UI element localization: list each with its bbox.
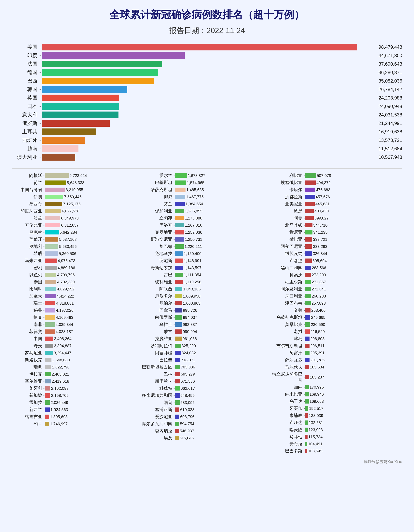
small-bar-wrap: 1,146,991 [175, 258, 202, 263]
bar-value: 35,082,036 [378, 78, 402, 84]
small-dash: - [304, 365, 305, 369]
bar-value: 21,244,991 [378, 121, 402, 126]
small-bar [175, 188, 185, 192]
small-bar [175, 329, 182, 334]
small-bar-wrap: 400,430 [305, 209, 329, 213]
small-value: 1,252,036 [185, 230, 202, 235]
small-dash: - [173, 195, 175, 199]
small-value: 4,039,344 [56, 322, 73, 327]
small-value: 8,210,955 [66, 188, 83, 192]
small-label: 白俄罗斯 [142, 314, 173, 320]
small-dash: - [43, 273, 45, 277]
small-bar-row: 中国台湾省-8,210,955 [12, 187, 142, 193]
small-value: 6,627,538 [62, 209, 79, 213]
small-bar [305, 337, 309, 341]
small-value: 494,372 [317, 180, 331, 185]
bar-label: 越南 [12, 145, 39, 152]
small-dash: - [173, 408, 175, 412]
small-bar-wrap: 271,867 [305, 280, 326, 284]
small-bar-row: 阿根廷-9,723,924 [12, 173, 142, 179]
small-label: 瑞士 [12, 300, 43, 306]
small-label: 中国 [12, 336, 43, 342]
small-bar-row: 保加利亚-1,285,855 [142, 208, 272, 214]
small-label: 希腊 [12, 251, 43, 256]
small-bar-wrap: 671,586 [175, 379, 195, 384]
bar-dash: - [39, 87, 41, 92]
small-bar-row: 伊拉克-2,463,021 [12, 371, 142, 377]
small-bar [305, 188, 315, 192]
bar-label: 土耳其 [12, 128, 39, 135]
small-bar-wrap: 4,169,493 [45, 315, 73, 320]
small-label: 亚美尼亚 [272, 201, 304, 207]
small-bar-wrap: 333,721 [305, 237, 327, 242]
small-label: 博茨瓦纳 [272, 251, 304, 256]
small-dash: - [43, 400, 45, 405]
small-bar [175, 308, 182, 313]
small-bar [45, 322, 55, 327]
small-label: 伊朗 [12, 194, 43, 200]
small-value: 169,946 [309, 392, 324, 397]
bar-fill [42, 145, 78, 152]
small-value: 2,162,093 [51, 386, 69, 391]
small-bar [305, 294, 311, 298]
small-bar-wrap: 4,318,881 [45, 301, 74, 306]
small-label: 捷克 [12, 314, 43, 320]
small-label: 安哥拉 [272, 441, 304, 447]
small-label: 南非 [12, 322, 43, 327]
small-bar-row: 波黑-400,430 [272, 208, 402, 214]
bar-value: 24,090,948 [378, 104, 402, 109]
small-bar-wrap: 253,406 [305, 308, 326, 313]
small-dash: - [173, 238, 175, 242]
small-label: 纳米比亚 [272, 391, 304, 397]
small-dash: - [43, 259, 45, 263]
small-bar [45, 329, 55, 334]
small-value: 1,384,654 [185, 202, 203, 206]
small-bar [45, 223, 60, 227]
bar-container [42, 154, 377, 161]
bar-fill [42, 86, 127, 93]
small-dash: - [173, 315, 175, 320]
bar-value: 24,031,538 [378, 112, 402, 118]
small-bar-row: 马耳他-115,734 [272, 434, 402, 440]
small-bar-row: 巴基斯坦-1,574,965 [142, 180, 272, 186]
small-dash: - [304, 238, 305, 242]
small-value: 132,681 [309, 420, 323, 425]
small-bar [45, 280, 56, 284]
small-label: 爱尔兰 [142, 173, 173, 179]
small-bar-row: 毛里求斯-271,867 [272, 279, 402, 285]
small-value: 206,803 [310, 337, 325, 341]
small-label: 乌干达 [272, 399, 304, 404]
small-label: 洪都拉斯 [272, 194, 304, 200]
small-bar-row: 瑞典-2,622,790 [12, 364, 142, 370]
small-bar-row: 立陶宛-1,273,886 [142, 215, 272, 221]
top-bars-section: 美国-98,479,443印度-44,671,300法国-37,690,643德… [12, 44, 402, 161]
small-label: 沙特阿拉伯 [142, 343, 173, 349]
small-dash: - [304, 195, 305, 199]
bar-value: 11,512,684 [378, 146, 402, 152]
bar-container [42, 86, 377, 93]
small-bar-row: 阿尔及利亚-271,041 [272, 286, 402, 292]
small-bar-row: 阿塞拜疆-824,082 [142, 350, 272, 356]
small-bar [175, 365, 180, 369]
small-dash: - [304, 442, 305, 446]
small-bar [305, 358, 309, 362]
small-label: 拉脱维亚 [142, 336, 173, 342]
small-bar-wrap: 1,746,997 [45, 422, 68, 426]
small-value: 230,590 [311, 322, 325, 327]
small-bar-row: 斯洛文尼亚-1,250,731 [142, 237, 272, 242]
small-label: 尼日利亚 [272, 293, 304, 299]
small-bar-wrap: 272,203 [305, 273, 326, 277]
small-bar [175, 180, 186, 185]
small-value: 961,086 [183, 337, 197, 341]
small-dash: - [304, 421, 305, 425]
bar-label: 俄罗斯 [12, 120, 39, 127]
small-bar-wrap: 4,424,222 [45, 294, 74, 298]
small-value: 5,360,506 [59, 251, 76, 256]
small-dash: - [43, 287, 45, 291]
small-label: 突尼斯 [142, 258, 173, 264]
bar-value: 24,203,988 [378, 95, 402, 101]
small-bar-wrap: 594,754 [175, 422, 194, 426]
small-label: 保加利亚 [142, 208, 173, 214]
small-dash: - [173, 266, 175, 270]
small-bar-wrap: 7,125,176 [45, 202, 81, 206]
